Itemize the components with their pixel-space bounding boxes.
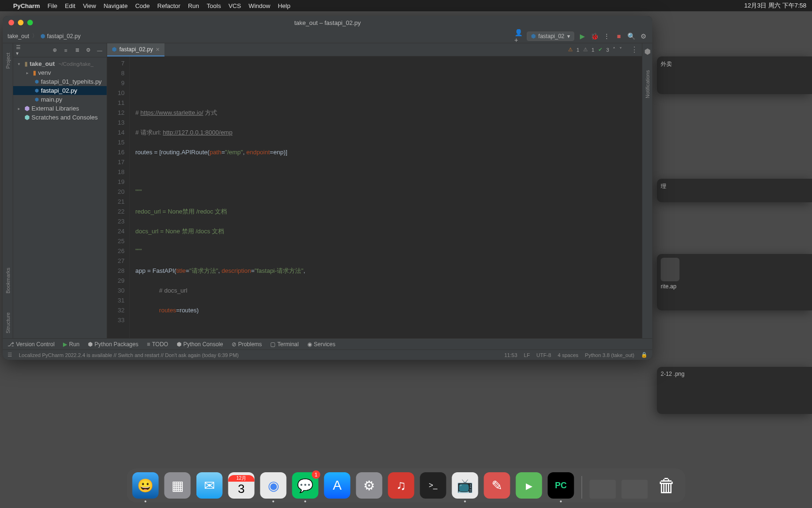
tab-py-console[interactable]: ⬢Python Console <box>177 341 223 348</box>
tab-py-packages[interactable]: ⬢Python Packages <box>88 341 138 348</box>
settings-icon[interactable]: ⚙ <box>639 32 648 40</box>
dock-trash[interactable]: 🗑 <box>654 472 680 499</box>
tab-services[interactable]: ◉Services <box>307 341 336 348</box>
menu-refactor[interactable]: Refactor <box>157 2 180 9</box>
dock-bilibili[interactable]: 📺 <box>452 472 478 499</box>
locate-icon[interactable]: ⊕ <box>50 46 59 55</box>
menu-run[interactable]: Run <box>188 2 199 9</box>
run-button-icon[interactable]: ▶ <box>578 32 586 40</box>
breadcrumb-root[interactable]: take_out <box>8 33 29 40</box>
code-content[interactable]: # https://www.starlette.io/ 方式 # 请求url: … <box>130 56 642 338</box>
menu-tools[interactable]: Tools <box>207 2 221 9</box>
tab-run[interactable]: ▶Run <box>63 341 79 348</box>
window-title: take_out – fastapi_02.py <box>8 19 647 26</box>
status-message[interactable]: Localized PyCharm 2022.2.4 is available … <box>19 352 239 358</box>
tree-file-main[interactable]: ⬢ main.py <box>13 95 107 104</box>
caret-position[interactable]: 11:53 <box>504 352 517 358</box>
more-icon[interactable]: ⋮ <box>627 45 642 54</box>
hide-icon[interactable]: — <box>95 46 104 55</box>
tree-scratches[interactable]: ⬢ Scratches and Consoles <box>13 113 107 122</box>
menu-edit[interactable]: Edit <box>65 2 75 9</box>
python-file-icon: ⬢ <box>35 79 39 84</box>
dock-pycharm[interactable]: PC <box>548 472 574 499</box>
expand-icon[interactable]: ≡ <box>62 46 70 55</box>
menu-file[interactable]: File <box>47 2 57 9</box>
breadcrumb-file[interactable]: ⬢fastapi_02.py <box>40 33 80 40</box>
chevron-right-icon: 〉 <box>32 32 38 40</box>
event-log-icon[interactable]: ☰ <box>8 352 12 358</box>
tab-terminal[interactable]: ▢Terminal <box>270 341 298 348</box>
minimize-button[interactable] <box>18 20 23 25</box>
chevron-up-icon[interactable]: ˄ <box>613 47 616 53</box>
folder-icon: ▮ <box>33 69 36 76</box>
tab-problems[interactable]: ⊘Problems <box>232 341 262 348</box>
left-tab-bookmarks[interactable]: Bookmarks <box>5 268 11 294</box>
debug-button-icon[interactable]: 🐞 <box>590 32 599 40</box>
tree-file-fastapi02[interactable]: ⬢ fastapi_02.py <box>13 86 107 95</box>
bottom-tool-tabs: ⎇Version Control ▶Run ⬢Python Packages ≡… <box>3 338 652 349</box>
mac-menubar: PyCharm File Edit View Navigate Code Ref… <box>0 0 812 11</box>
dock-app-green[interactable]: ▸ <box>516 472 542 499</box>
dock-recent-1[interactable] <box>590 480 616 499</box>
tree-file-typehits[interactable]: ⬢ fastapi_01_typehits.py <box>13 77 107 86</box>
breadcrumb: take_out 〉 ⬢fastapi_02.py <box>8 32 80 40</box>
close-tab-icon[interactable]: × <box>156 46 159 53</box>
code-editor[interactable]: 7891011121314151617181920212223242526272… <box>107 56 642 338</box>
chevron-down-icon[interactable]: ˅ <box>619 47 622 53</box>
add-user-icon[interactable]: 👤+ <box>515 32 523 40</box>
encoding[interactable]: UTF-8 <box>537 352 551 358</box>
inspections-widget[interactable]: ⚠1 ⚠1 ✔3 ˄ ˅ <box>568 47 627 53</box>
project-dropdown-icon[interactable]: ☰ ▾ <box>16 46 24 55</box>
dock-recent-2[interactable] <box>622 480 648 499</box>
close-button[interactable] <box>8 20 14 25</box>
gear-icon[interactable]: ⚙ <box>84 46 93 55</box>
left-tool-gutter: Project Bookmarks Structure <box>3 43 13 338</box>
tree-external-libs[interactable]: ▸ ⬢ External Libraries <box>13 104 107 113</box>
app-name[interactable]: PyCharm <box>13 2 40 9</box>
dock-netease[interactable]: ♫ <box>388 472 414 499</box>
menubar-clock[interactable]: 12月3日 周六 下午7:58 <box>744 1 806 10</box>
chevron-right-icon: ▸ <box>26 71 31 75</box>
tree-item-label: External Libraries <box>31 105 79 112</box>
tab-todo[interactable]: ≡TODO <box>147 341 168 348</box>
dock-calendar[interactable]: 12月 3 <box>228 472 255 499</box>
tree-venv[interactable]: ▸ ▮ venv <box>13 68 107 77</box>
dock-app-red[interactable]: ✎ <box>484 472 510 499</box>
line-sep[interactable]: LF <box>524 352 530 358</box>
menu-code[interactable]: Code <box>135 2 150 9</box>
ok-icon: ✔ <box>598 47 602 53</box>
tab-vcs[interactable]: ⎇Version Control <box>8 341 55 348</box>
zoom-button[interactable] <box>27 20 33 25</box>
menu-vcs[interactable]: VCS <box>228 2 241 9</box>
interpreter[interactable]: Python 3.8 (take_out) <box>585 352 634 358</box>
right-tab-notifications[interactable]: Notifications <box>645 70 650 98</box>
side-window-3: rite.ap <box>657 254 812 310</box>
left-tab-project[interactable]: Project <box>5 53 11 69</box>
search-icon[interactable]: 🔍 <box>627 32 635 40</box>
menu-help[interactable]: Help <box>278 2 290 9</box>
file-thumb-icon <box>661 258 679 281</box>
dock-chrome[interactable]: ◉ <box>260 472 287 499</box>
menu-navigate[interactable]: Navigate <box>103 2 127 9</box>
dock-mail[interactable]: ✉ <box>196 472 223 499</box>
more-run-icon[interactable]: ⋮ <box>602 32 611 40</box>
dock-launchpad[interactable]: ▦ <box>164 472 191 499</box>
dock-settings[interactable]: ⚙ <box>356 472 383 499</box>
dock-appstore[interactable]: A <box>324 472 351 499</box>
menu-view[interactable]: View <box>83 2 96 9</box>
dock-finder[interactable]: 😀 <box>133 472 159 499</box>
run-config-selector[interactable]: ⬢fastapi_02▾ <box>527 32 574 41</box>
indent[interactable]: 4 spaces <box>558 352 578 358</box>
lock-icon[interactable]: 🔒 <box>641 352 648 358</box>
file-tab-active[interactable]: ⬢ fastapi_02.py × <box>107 43 164 56</box>
database-icon[interactable]: ⬢ <box>644 47 651 56</box>
stop-button-icon[interactable]: ■ <box>615 32 623 40</box>
left-tab-structure[interactable]: Structure <box>5 312 11 333</box>
tree-root[interactable]: ▾ ▮ take_out ~/Coding/take_ <box>13 59 107 68</box>
collapse-icon[interactable]: ≣ <box>73 46 81 55</box>
line-gutter: 7891011121314151617181920212223242526272… <box>107 56 130 338</box>
side-window-2: 理 <box>657 179 812 202</box>
dock-terminal[interactable]: >_ <box>420 472 446 499</box>
dock-wechat[interactable]: 💬1 <box>292 472 319 499</box>
menu-window[interactable]: Window <box>249 2 270 9</box>
